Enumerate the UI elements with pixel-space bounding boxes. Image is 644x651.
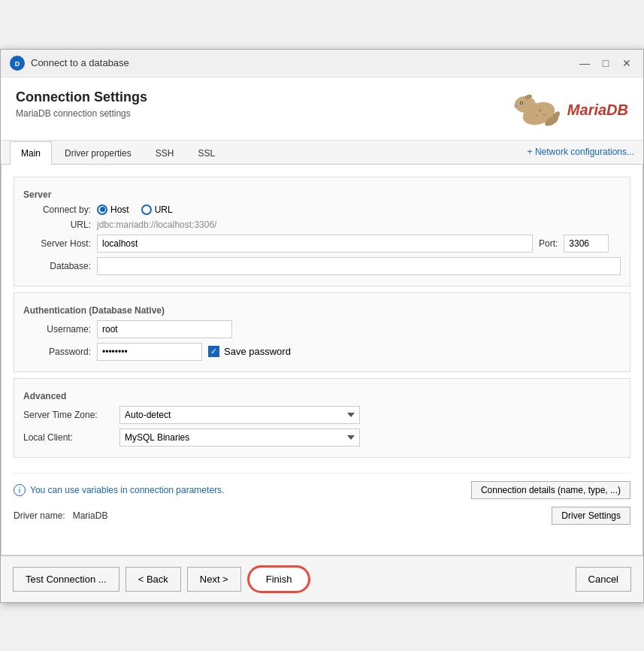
header-titles: Connection Settings MariaDB connection s… <box>16 89 147 119</box>
svg-point-13 <box>539 109 542 112</box>
url-row: URL: jdbc:mariadb://localhost:3306/ <box>23 220 621 230</box>
tab-driver-properties[interactable]: Driver properties <box>53 141 143 165</box>
title-bar: D Connect to a database — □ ✕ <box>1 50 643 77</box>
network-config-link[interactable]: + Network configurations... <box>528 141 634 163</box>
save-password-label: Save password <box>224 346 291 357</box>
svg-point-5 <box>521 102 522 104</box>
info-row: i You can use variables in connection pa… <box>14 473 630 499</box>
username-label: Username: <box>23 324 91 335</box>
tab-main[interactable]: Main <box>10 141 52 165</box>
authentication-section: Authentication (Database Native) Usernam… <box>14 292 630 372</box>
radio-url-icon[interactable] <box>141 204 152 215</box>
window-title: Connect to a database <box>31 57 129 68</box>
mariadb-brand-text: MariaDB <box>567 101 628 119</box>
radio-url-option[interactable]: URL <box>141 204 173 215</box>
password-row: Password: Save password <box>23 343 621 361</box>
driver-settings-button[interactable]: Driver Settings <box>552 507 630 525</box>
mariadb-seal-icon <box>510 89 563 131</box>
minimize-button[interactable]: — <box>577 56 592 71</box>
content-area: Server Connect by: Host URL URL: <box>1 165 643 556</box>
database-label: Database: <box>23 261 91 271</box>
title-bar-left: D Connect to a database <box>10 56 129 71</box>
local-client-row: Local Client: MySQL Binaries MariaDB Bin… <box>23 428 621 447</box>
url-value: jdbc:mariadb://localhost:3306/ <box>97 220 216 230</box>
password-input[interactable] <box>97 343 202 361</box>
auth-section-title: Authentication (Database Native) <box>23 305 621 316</box>
advanced-section-title: Advanced <box>23 391 621 401</box>
username-row: Username: <box>23 320 621 338</box>
tabs-bar: Main Driver properties SSH SSL + Network… <box>1 141 643 165</box>
tab-ssh[interactable]: SSH <box>144 141 186 165</box>
port-input[interactable] <box>564 235 609 253</box>
server-section: Server Connect by: Host URL URL: <box>14 177 630 286</box>
maximize-button[interactable]: □ <box>598 56 613 71</box>
timezone-row: Server Time Zone: Auto-detect UTC Americ… <box>23 406 621 424</box>
page-subtitle: MariaDB connection settings <box>16 108 147 119</box>
driver-name-value: MariaDB <box>73 510 108 521</box>
tab-ssl[interactable]: SSL <box>186 141 226 165</box>
database-row: Database: <box>23 257 621 275</box>
title-bar-controls: — □ ✕ <box>577 56 634 71</box>
bottom-bar: Test Connection ... < Back Next > Finish… <box>1 556 643 602</box>
info-text: You can use variables in connection para… <box>30 485 224 495</box>
host-input[interactable] <box>97 235 533 253</box>
server-section-title: Server <box>23 189 621 200</box>
password-label: Password: <box>23 347 91 357</box>
svg-text:D: D <box>15 60 20 68</box>
driver-label: Driver name: MariaDB <box>14 510 107 521</box>
advanced-section: Advanced Server Time Zone: Auto-detect U… <box>14 378 630 458</box>
app-icon: D <box>10 56 25 71</box>
port-label: Port: <box>539 238 558 249</box>
connect-by-options: Host URL <box>97 204 173 215</box>
host-label: Server Host: <box>23 238 91 249</box>
radio-url-label: URL <box>155 204 173 215</box>
save-password-checkbox[interactable] <box>208 346 219 357</box>
local-client-select[interactable]: MySQL Binaries MariaDB Binaries <box>119 428 360 447</box>
header-area: Connection Settings MariaDB connection s… <box>1 77 643 141</box>
page-title: Connection Settings <box>16 89 147 105</box>
username-input[interactable] <box>97 320 232 338</box>
driver-name-label: Driver name: <box>14 510 65 521</box>
info-icon: i <box>14 484 26 496</box>
database-input[interactable] <box>97 257 621 275</box>
close-button[interactable]: ✕ <box>619 56 634 71</box>
local-client-label: Local Client: <box>23 432 113 443</box>
save-password-group: Save password <box>208 346 291 357</box>
connect-by-label: Connect by: <box>23 204 91 215</box>
connect-by-row: Connect by: Host URL <box>23 204 621 215</box>
radio-host-label: Host <box>110 204 129 215</box>
svg-point-14 <box>543 114 545 116</box>
main-window: D Connect to a database — □ ✕ Connection… <box>0 49 644 603</box>
finish-button[interactable]: Finish <box>247 565 311 593</box>
connection-details-button[interactable]: Connection details (name, type, ...) <box>471 481 630 499</box>
url-label: URL: <box>23 220 91 230</box>
timezone-label: Server Time Zone: <box>23 410 113 420</box>
host-row: Server Host: Port: <box>23 235 621 253</box>
next-button[interactable]: Next > <box>187 567 241 592</box>
test-connection-button[interactable]: Test Connection ... <box>13 567 119 592</box>
radio-host-icon[interactable] <box>97 204 107 215</box>
mariadb-logo: MariaDB <box>510 89 628 131</box>
driver-row: Driver name: MariaDB Driver Settings <box>14 507 630 525</box>
timezone-select[interactable]: Auto-detect UTC America/New_York Europe/… <box>119 406 360 424</box>
cancel-button[interactable]: Cancel <box>576 567 631 592</box>
svg-point-15 <box>535 114 537 117</box>
variables-info-link[interactable]: i You can use variables in connection pa… <box>14 484 224 496</box>
radio-host-option[interactable]: Host <box>97 204 129 215</box>
back-button[interactable]: < Back <box>125 567 181 592</box>
